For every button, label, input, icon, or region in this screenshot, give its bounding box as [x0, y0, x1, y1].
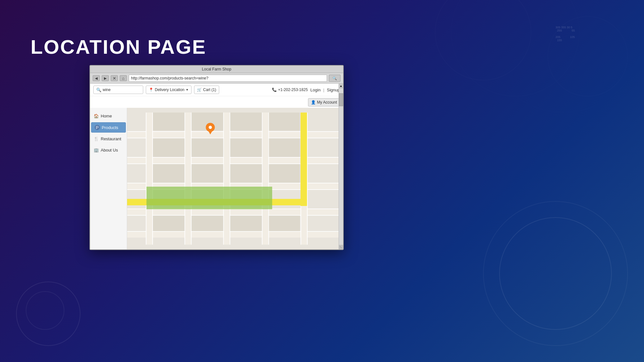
sidebar-restaurant-label: Restaurant — [101, 136, 121, 141]
svg-rect-29 — [307, 113, 308, 245]
svg-rect-24 — [263, 113, 268, 245]
sidebar-about-label: About Us — [101, 148, 118, 153]
scrollbar[interactable]: ▲ ▼ — [339, 108, 343, 249]
about-icon: 🏢 — [94, 148, 99, 153]
svg-rect-43 — [230, 216, 262, 231]
sidebar: 🏠 Home P Products 🍴 Restaurant 🏢 About U… — [90, 108, 127, 249]
resize-handle[interactable]: ⤡ — [339, 245, 343, 249]
svg-rect-39 — [230, 164, 262, 183]
svg-rect-5 — [127, 157, 343, 158]
svg-rect-23 — [229, 113, 230, 245]
restaurant-icon: 🍴 — [94, 136, 99, 141]
svg-rect-1 — [127, 132, 343, 138]
svg-rect-37 — [153, 164, 184, 183]
svg-rect-41 — [153, 216, 184, 231]
sidebar-item-about[interactable]: 🏢 About Us — [90, 145, 127, 155]
svg-rect-42 — [191, 216, 223, 231]
stop-button[interactable]: ✕ — [111, 75, 118, 81]
svg-rect-32 — [146, 187, 272, 209]
home-button[interactable]: ⌂ — [120, 75, 127, 81]
svg-rect-19 — [184, 113, 185, 245]
svg-rect-3 — [127, 138, 343, 138]
search-go-icon: 🔍 — [332, 76, 337, 80]
search-box[interactable]: 🔍 — [93, 86, 143, 94]
signup-link[interactable]: Signup — [327, 88, 340, 92]
divider: | — [323, 88, 324, 92]
sidebar-item-products[interactable]: P Products — [91, 122, 126, 133]
svg-rect-38 — [191, 164, 223, 183]
svg-rect-12 — [127, 215, 343, 216]
cart-label: Cart (1) — [203, 88, 216, 92]
svg-rect-36 — [269, 138, 300, 157]
slide-title: LOCATION PAGE — [31, 35, 206, 58]
map-area[interactable] — [127, 108, 343, 249]
svg-rect-25 — [262, 113, 263, 245]
phone-number: 📞 +1-202-253-1825 — [272, 88, 308, 92]
url-bar[interactable] — [129, 75, 327, 82]
my-account-button[interactable]: 👤 My Account — [308, 98, 340, 107]
svg-rect-6 — [127, 163, 343, 164]
browser-toolbar: ◀ ▶ ✕ ⌂ 🔍 — [90, 73, 343, 84]
website-main: 🏠 Home P Products 🍴 Restaurant 🏢 About U… — [90, 108, 343, 249]
svg-rect-8 — [127, 183, 343, 183]
svg-rect-14 — [127, 231, 343, 232]
svg-rect-13 — [127, 232, 343, 237]
location-pin-icon: 📍 — [149, 88, 154, 92]
my-account-label: My Account — [317, 100, 337, 105]
svg-rect-45 — [153, 113, 184, 131]
svg-rect-21 — [224, 113, 229, 245]
svg-rect-15 — [146, 113, 152, 245]
sidebar-home-label: Home — [101, 114, 112, 118]
svg-rect-18 — [185, 113, 191, 245]
svg-rect-48 — [269, 113, 300, 131]
svg-rect-44 — [269, 216, 300, 231]
svg-rect-30 — [301, 113, 307, 206]
svg-rect-26 — [268, 113, 269, 245]
svg-rect-34 — [191, 138, 223, 157]
map-svg — [127, 108, 343, 249]
delivery-location-label: Delivery Location — [155, 88, 184, 92]
dropdown-arrow-icon: ▼ — [186, 88, 189, 91]
svg-rect-16 — [146, 113, 146, 245]
delivery-location-button[interactable]: 📍 Delivery Location ▼ — [146, 86, 191, 94]
svg-rect-17 — [152, 113, 153, 245]
svg-rect-22 — [223, 113, 224, 245]
home-icon: 🏠 — [94, 114, 99, 118]
browser-titlebar: Local Farm Shop — [90, 66, 343, 73]
svg-rect-47 — [230, 113, 262, 131]
svg-rect-33 — [153, 138, 184, 157]
sidebar-item-restaurant[interactable]: 🍴 Restaurant — [90, 134, 127, 144]
forward-button[interactable]: ▶ — [102, 75, 109, 81]
back-button[interactable]: ◀ — [93, 75, 100, 81]
search-icon: 🔍 — [96, 88, 101, 92]
svg-rect-2 — [127, 131, 343, 132]
svg-rect-10 — [127, 209, 343, 215]
cart-icon: 🛒 — [197, 88, 202, 92]
svg-rect-4 — [127, 158, 343, 163]
website-header: 🔍 📍 Delivery Location ▼ 🛒 Cart (1) 📞 +1-… — [90, 84, 343, 96]
svg-rect-20 — [191, 113, 191, 245]
browser-window: Local Farm Shop ◀ ▶ ✕ ⌂ 🔍 🔍 📍 Delivery L… — [89, 65, 344, 250]
svg-rect-35 — [230, 138, 262, 157]
sidebar-products-label: Products — [102, 125, 118, 130]
sidebar-item-home[interactable]: 🏠 Home — [90, 111, 127, 121]
browser-search-button[interactable]: 🔍 — [329, 75, 341, 82]
svg-rect-40 — [269, 164, 300, 183]
login-link[interactable]: Login — [310, 88, 321, 92]
svg-point-51 — [209, 126, 212, 129]
account-icon: 👤 — [311, 100, 316, 105]
my-account-row: 👤 My Account — [90, 96, 343, 108]
website-content: 🔍 📍 Delivery Location ▼ 🛒 Cart (1) 📞 +1-… — [90, 84, 343, 249]
cart-button[interactable]: 🛒 Cart (1) — [194, 86, 219, 94]
search-input[interactable] — [103, 88, 132, 92]
phone-icon: 📞 — [272, 88, 277, 92]
products-icon: P — [95, 125, 100, 130]
